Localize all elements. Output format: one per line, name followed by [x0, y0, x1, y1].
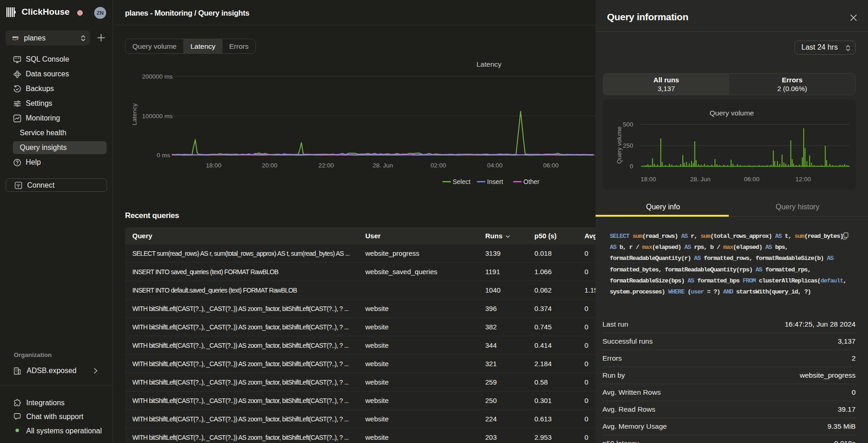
- svg-text:Other: Other: [523, 178, 539, 185]
- svg-text:Select: Select: [453, 178, 471, 185]
- svg-text:aws: aws: [12, 35, 18, 39]
- svg-text:Insert: Insert: [487, 178, 503, 185]
